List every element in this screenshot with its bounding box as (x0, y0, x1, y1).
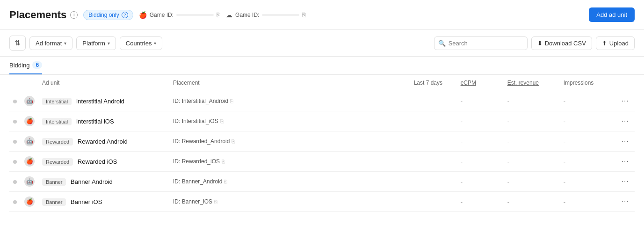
placement-copy-icon-5[interactable]: ⎘ (214, 199, 217, 204)
row-icon-0: 🤖 (21, 91, 38, 111)
row-ecpm-3: - (457, 152, 504, 172)
row-7days-1 (410, 111, 457, 131)
platform-label: Platform (82, 40, 105, 47)
col-ecpm-header[interactable]: eCPM (457, 75, 504, 91)
row-placement-4: ID: Banner_Android ⎘ (169, 172, 410, 192)
row-7days-0 (410, 91, 457, 111)
bidding-only-badge[interactable]: Bidding only ? (83, 10, 133, 20)
row-menu-0: ··· (616, 91, 635, 111)
adunit-tag-2: Rewarded (42, 138, 73, 145)
row-adunit-5: Banner Banner iOS (38, 192, 169, 212)
row-impressions-0: - (560, 91, 616, 111)
status-dot-1 (13, 120, 17, 124)
row-more-button-5[interactable]: ··· (620, 196, 631, 207)
col-estrev-header[interactable]: Est. revenue (504, 75, 560, 91)
platform-bubble-3: 🍎 (24, 156, 35, 167)
ecpm-value-2: - (461, 138, 463, 145)
col-status (9, 75, 21, 91)
placement-copy-icon-2[interactable]: ⎘ (232, 138, 235, 144)
row-more-button-1[interactable]: ··· (620, 116, 631, 126)
placement-copy-icon-0[interactable]: ⎘ (230, 98, 233, 104)
row-more-button-2[interactable]: ··· (620, 136, 631, 146)
placement-copy-icon-4[interactable]: ⎘ (224, 179, 227, 184)
adunit-tag-1: Interstitial (42, 118, 72, 125)
estrev-value-2: - (507, 138, 509, 145)
status-dot-4 (13, 180, 17, 184)
row-impressions-4: - (560, 172, 616, 192)
row-placement-2: ID: Rewarded_Android ⎘ (169, 131, 410, 152)
page-header: Placements i Bidding only ? 🍎 Game ID: ⎘… (0, 0, 644, 30)
apple-game-id-value (176, 14, 214, 16)
table-row: 🍎 Rewarded Rewarded iOS ID: Rewarded_iOS… (9, 152, 635, 172)
row-status-4 (9, 172, 21, 192)
status-dot-3 (13, 160, 17, 164)
impressions-value-3: - (564, 158, 565, 165)
adunit-name-4: Banner Android (71, 178, 113, 185)
placement-copy-icon-1[interactable]: ⎘ (220, 118, 224, 124)
estrev-value-1: - (507, 118, 509, 125)
row-status-1 (9, 111, 21, 131)
table-container: Ad unit Placement Last 7 days eCPM Est. … (0, 75, 644, 212)
download-csv-button[interactable]: ⬇ Download CSV (531, 36, 592, 50)
android-game-id-group: ☁ Game ID: ⎘ (226, 11, 306, 19)
tabs-bar: Bidding 6 (0, 57, 644, 75)
row-estrev-1: - (504, 111, 560, 131)
ad-format-filter[interactable]: Ad format ▾ (29, 36, 72, 50)
impressions-value-5: - (564, 198, 565, 205)
platform-bubble-2: 🤖 (24, 136, 35, 146)
ad-format-label: Ad format (36, 40, 62, 47)
table-header: Ad unit Placement Last 7 days eCPM Est. … (9, 75, 635, 91)
search-wrapper: 🔍 (434, 36, 528, 50)
row-menu-2: ··· (616, 131, 635, 152)
upload-label: Upload (609, 40, 629, 47)
table-body: 🤖 Interstitial Interstitial Android ID: … (9, 91, 635, 212)
adunit-name-2: Rewarded Android (78, 138, 128, 145)
row-more-button-0[interactable]: ··· (620, 96, 631, 106)
row-7days-3 (410, 152, 457, 172)
apple-copy-icon[interactable]: ⎘ (217, 11, 220, 18)
row-menu-4: ··· (616, 172, 635, 192)
adunit-name-3: Rewarded iOS (78, 158, 117, 165)
apple-game-id-group: 🍎 Game ID: ⎘ (139, 11, 220, 19)
platform-bubble-4: 🤖 (24, 176, 35, 187)
impressions-value-4: - (564, 178, 565, 185)
placement-id-2: ID: Rewarded_Android ⎘ (173, 138, 406, 145)
adunit-tag-0: Interstitial (42, 98, 72, 105)
placement-id-5: ID: Banner_iOS ⎘ (173, 198, 406, 205)
impressions-value-0: - (564, 98, 565, 105)
table-row: 🍎 Banner Banner iOS ID: Banner_iOS ⎘ - -… (9, 192, 635, 212)
add-ad-unit-button[interactable]: Add ad unit (589, 7, 635, 22)
sort-button[interactable]: ⇅ (9, 36, 26, 51)
row-adunit-1: Interstitial Interstitial iOS (38, 111, 169, 131)
platform-filter[interactable]: Platform ▾ (76, 36, 116, 50)
row-menu-5: ··· (616, 192, 635, 212)
search-icon: 🔍 (438, 40, 446, 47)
download-icon: ⬇ (537, 40, 543, 47)
apple-game-id-label: Game ID: (150, 12, 174, 18)
upload-button[interactable]: ⬆ Upload (596, 36, 635, 50)
col-impressions-header: Impressions (560, 75, 616, 91)
search-input[interactable] (434, 36, 528, 50)
col-7days-header: Last 7 days (410, 75, 457, 91)
col-icon (21, 75, 38, 91)
row-more-button-3[interactable]: ··· (620, 156, 631, 167)
row-adunit-3: Rewarded Rewarded iOS (38, 152, 169, 172)
countries-filter[interactable]: Countries ▾ (120, 36, 163, 50)
row-adunit-0: Interstitial Interstitial Android (38, 91, 169, 111)
android-copy-icon[interactable]: ⎘ (302, 11, 306, 18)
tab-bidding-label: Bidding (9, 62, 29, 69)
status-dot-2 (13, 140, 17, 144)
status-dot-5 (13, 200, 17, 204)
col-adunit-header: Ad unit (38, 75, 169, 91)
placement-id-3: ID: Rewarded_iOS ⎘ (173, 158, 406, 165)
adunit-name-0: Interstitial Android (76, 98, 124, 105)
placement-copy-icon-3[interactable]: ⎘ (222, 159, 225, 164)
row-estrev-4: - (504, 172, 560, 192)
row-icon-4: 🤖 (21, 172, 38, 192)
row-more-button-4[interactable]: ··· (620, 176, 631, 187)
ecpm-value-3: - (461, 158, 463, 165)
estrev-value-5: - (507, 198, 509, 205)
row-menu-3: ··· (616, 152, 635, 172)
info-icon[interactable]: i (70, 11, 78, 19)
tab-bidding[interactable]: Bidding 6 (9, 57, 42, 74)
